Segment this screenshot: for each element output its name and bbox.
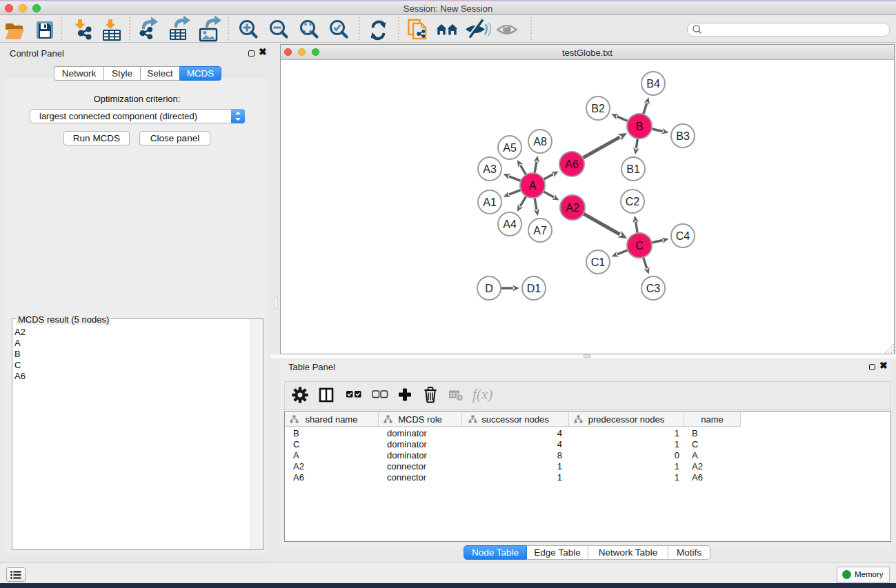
svg-text:C2: C2 [626, 196, 640, 207]
svg-text:B: B [636, 121, 644, 132]
svg-text:A4: A4 [503, 219, 517, 230]
svg-text:B2: B2 [591, 103, 605, 114]
svg-text:A7: A7 [533, 225, 547, 236]
svg-text:B1: B1 [626, 163, 640, 175]
svg-text:C1: C1 [591, 256, 606, 268]
svg-text:D: D [485, 283, 493, 294]
svg-text:A8: A8 [533, 136, 547, 148]
svg-text:A6: A6 [565, 159, 579, 170]
svg-text:D1: D1 [527, 283, 541, 294]
svg-text:C3: C3 [646, 283, 661, 294]
svg-text:A3: A3 [483, 163, 497, 175]
svg-text:A2: A2 [566, 202, 579, 214]
svg-text:C4: C4 [676, 230, 690, 242]
svg-text:A1: A1 [483, 196, 497, 208]
svg-text:A: A [529, 180, 537, 192]
svg-text:B3: B3 [676, 130, 690, 142]
svg-text:A5: A5 [503, 142, 517, 154]
svg-text:B4: B4 [646, 78, 660, 90]
svg-text:C: C [635, 240, 644, 252]
